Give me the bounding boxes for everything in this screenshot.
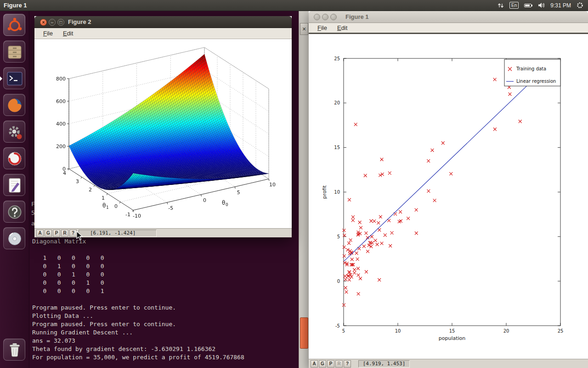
x-axis-label: population [439,335,466,341]
window-title: Figure 1 [345,13,369,20]
launcher [0,11,29,368]
launcher-files-icon[interactable] [3,40,25,63]
figure2-button-a[interactable]: A [36,230,44,237]
figure1-button-g[interactable]: G [319,360,326,368]
terminal-line: 1 0 0 0 0 [32,254,244,262]
figure1-button-a[interactable]: A [311,360,318,368]
figure2-titlebar[interactable]: × – □ Figure 2 [34,16,292,28]
scatter-plot[interactable]: 510152025-50510152025populationprofitTra… [309,35,588,358]
top-panel: Figure 1 En 9:31 PM [0,0,588,11]
terminal-line [32,246,244,254]
figure1-button-p[interactable]: P [327,360,334,368]
figure1-menubar: File Edit [309,23,588,34]
launcher-cd-burner-icon[interactable] [3,227,25,249]
maximize-button[interactable]: □ [57,19,64,26]
terminal-line: Running Gradient Descent ... [32,328,244,337]
y-tick-label: -5 [335,323,340,328]
text-entry-arrows-icon[interactable] [498,3,504,8]
axes: 510152025-50510152025populationprofit [322,56,563,342]
y-tick-label: 20 [334,100,340,105]
scrollbar-thumb[interactable] [300,317,308,349]
cursor-coordinates: [6.191, -1.424] [79,230,157,237]
launcher-terminal-icon[interactable] [3,67,25,89]
active-window-title: Figure 1 [4,2,27,9]
terminal-scrollbar[interactable]: × [299,11,309,368]
cursor-coordinates: [4.919, 1.453] [358,360,410,368]
x-tick-label: 15 [449,328,455,334]
launcher-system-settings-icon[interactable] [3,121,25,143]
figure1-canvas: 510152025-50510152025populationprofitTra… [309,35,588,358]
x-tick-label: 25 [558,328,564,334]
launcher-dash-home-icon[interactable] [3,14,25,36]
close-button[interactable]: × [40,19,47,26]
indicator-area: En 9:31 PM [498,2,588,9]
menu-edit[interactable]: Edit [333,23,351,32]
figure1-statusbar: AGPR? [4.919, 1.453] [309,359,588,368]
launcher-text-editor-icon[interactable] [3,174,25,196]
keyboard-layout-indicator[interactable]: En [509,2,519,9]
figure2-button-r[interactable]: R [61,230,68,237]
terminal-line: Program paused. Press enter to continue. [32,304,244,312]
x-tick-label: 20 [503,328,509,334]
terminal-output: Diagonal Matrix 1 0 0 0 0 0 1 0 0 0 0 0 … [32,237,244,362]
surface-plot[interactable] [34,39,292,228]
figure2-button-g[interactable]: G [45,230,52,237]
mouse-cursor [76,231,84,241]
terminal-line [32,295,244,304]
terminal-line: For population = 35,000, we predict a pr… [32,353,244,362]
desktop: Figure 1 En 9:31 PM Diagonal Matrix 1 0 … [0,0,588,368]
figure1-button-help[interactable]: ? [344,360,351,368]
figure1-button-r[interactable]: R [335,360,343,368]
regression-line [344,83,530,261]
menu-file[interactable]: File [39,29,57,38]
figure1-window: Figure 1 File Edit 510152025-50510152025… [309,11,588,368]
y-tick-label: 0 [337,279,340,284]
terminal-line: Program paused. Press enter to continue. [32,320,244,328]
launcher-trash-icon[interactable] [3,339,25,361]
terminal-line: Diagonal Matrix [32,237,244,246]
terminal-line: 0 1 0 0 0 [32,262,244,270]
clock[interactable]: 9:31 PM [550,2,571,9]
menu-file[interactable]: File [313,23,331,32]
terminal-line: 0 0 0 0 1 [32,287,244,295]
terminal-line: ans = 32.073 [32,337,244,345]
x-tick-label: 10 [395,328,401,334]
legend: Training dataLinear regression [504,59,560,86]
close-button[interactable] [314,14,320,20]
window-title: Figure 2 [68,18,91,25]
battery-icon[interactable] [524,4,532,7]
legend-label: Training data [516,66,546,71]
figure2-window: × – □ Figure 2 File Edit AGPR? [6.191, -… [34,16,292,237]
y-tick-label: 5 [337,234,340,239]
legend-label: Linear regression [516,79,556,84]
volume-icon[interactable] [538,2,545,8]
minimize-button[interactable] [322,14,328,20]
launcher-firefox-icon[interactable] [3,94,25,116]
figure2-button-help[interactable]: ? [69,230,77,237]
launcher-help-icon[interactable] [3,201,25,223]
terminal-line: Plotting Data ... [32,312,244,320]
x-tick-label: 5 [342,328,345,334]
terminal-line: Theta found by gradient descent: -3.6302… [32,345,244,353]
y-tick-label: 15 [334,145,340,150]
y-tick-label: 10 [334,190,340,195]
minimize-button[interactable]: – [49,19,56,26]
terminal-line: 0 0 1 0 0 [32,270,244,279]
y-tick-label: 25 [334,56,340,61]
session-gear-icon[interactable] [577,2,583,9]
figure2-statusbar: AGPR? [6.191, -1.424] [34,228,292,237]
maximize-button[interactable] [330,14,337,20]
training-data-markers [342,64,531,306]
figure2-menubar: File Edit [34,28,292,39]
launcher-media-player-icon[interactable] [3,147,25,169]
figure2-button-p[interactable]: P [53,230,60,237]
figure1-titlebar[interactable]: Figure 1 [309,11,588,23]
running-indicator [0,76,5,81]
y-axis-label: profit [322,185,328,199]
terminal-line: 0 0 0 1 0 [32,279,244,287]
scrollbar-stepper[interactable]: × [300,23,308,35]
menu-edit[interactable]: Edit [59,29,77,38]
